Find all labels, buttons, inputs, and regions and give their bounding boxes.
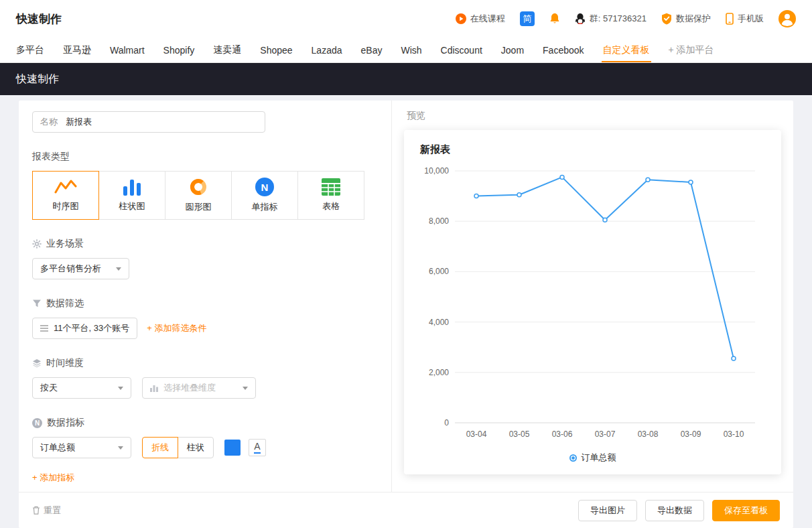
user-avatar[interactable] (779, 10, 796, 27)
tab-lazada[interactable]: Lazada (302, 38, 352, 62)
trash-icon (32, 506, 40, 515)
svg-text:6,000: 6,000 (429, 267, 449, 276)
font-color-button[interactable]: A (249, 439, 266, 456)
metric-circle-icon: N (32, 418, 42, 428)
list-icon (40, 325, 48, 332)
quick-create-card: 名称 新报表 报表类型 时序图 柱状图 (19, 101, 793, 528)
chart-type-label: 圆形图 (186, 201, 212, 213)
svg-text:03-09: 03-09 (681, 430, 701, 439)
svg-text:0: 0 (444, 418, 449, 427)
chart-type-label: 柱状图 (119, 200, 145, 212)
timeseries-icon (54, 178, 77, 196)
svg-text:03-06: 03-06 (552, 430, 573, 439)
reset-label: 重置 (44, 505, 61, 517)
tab-multi-platform[interactable]: 多平台 (7, 38, 54, 62)
tab-custom-dashboard[interactable]: 自定义看板 (594, 38, 659, 62)
metric-select[interactable]: 订单总额 (32, 437, 131, 458)
report-name-value: 新报表 (66, 116, 92, 128)
chart-type-label: 表格 (322, 200, 340, 212)
tab-facebook[interactable]: Facebook (533, 38, 593, 62)
tab-joom[interactable]: Joom (492, 38, 533, 62)
notification-bell-icon[interactable] (549, 13, 560, 25)
top-header: 快速制作 在线课程 简 群: 571736321 数据保护 手机版 (0, 0, 812, 38)
chart-type-pie[interactable]: 圆形图 (165, 171, 232, 220)
legend-marker-icon (569, 454, 577, 462)
tab-walmart[interactable]: Walmart (100, 38, 154, 62)
action-bar: 重置 导出图片 导出数据 保存至看板 (19, 492, 793, 528)
chart-type-bar[interactable]: 柱状图 (98, 171, 165, 220)
time-dimension-heading: 时间维度 (32, 357, 378, 369)
tab-cdiscount[interactable]: Cdiscount (431, 38, 492, 62)
tab-aliexpress[interactable]: 速卖通 (204, 38, 251, 62)
tab-amazon[interactable]: 亚马逊 (54, 38, 100, 62)
qq-group-label: 群: 571736321 (590, 13, 647, 25)
tab-ebay[interactable]: eBay (352, 38, 392, 62)
report-type-heading-text: 报表类型 (32, 151, 70, 163)
svg-text:03-07: 03-07 (595, 430, 616, 439)
preview-card: 新报表 02,0004,0006,0008,00010,00003-0403-0… (404, 130, 781, 474)
export-data-button[interactable]: 导出数据 (645, 500, 704, 521)
platform-tabs: 多平台 亚马逊 Walmart Shopify 速卖通 Shopee Lazad… (0, 38, 812, 63)
time-dimension-heading-text: 时间维度 (46, 357, 84, 369)
report-config-panel: 名称 新报表 报表类型 时序图 柱状图 (19, 101, 392, 492)
online-course-button[interactable]: 在线课程 (456, 13, 505, 25)
data-protection-link[interactable]: 数据保护 (661, 13, 711, 25)
svg-text:10,000: 10,000 (424, 166, 449, 176)
add-metric-link[interactable]: + 添加指标 (32, 472, 74, 484)
line-style-toggle[interactable]: 折线 (142, 437, 178, 458)
chart-type-single-metric[interactable]: N 单指标 (231, 171, 298, 220)
chart-legend[interactable]: 订单总额 (416, 452, 769, 464)
page-title: 快速制作 (16, 72, 59, 86)
time-granularity-select[interactable]: 按天 (32, 377, 131, 399)
svg-text:2,000: 2,000 (429, 368, 449, 377)
save-to-dashboard-button[interactable]: 保存至看板 (712, 500, 780, 521)
chevron-down-icon (116, 267, 121, 271)
svg-text:4,000: 4,000 (429, 318, 449, 327)
chevron-down-icon (243, 387, 248, 390)
business-scene-value: 多平台销售分析 (40, 263, 101, 275)
export-image-button[interactable]: 导出图片 (578, 500, 637, 521)
tab-wish[interactable]: Wish (391, 38, 431, 62)
color-swatch-button[interactable] (224, 440, 241, 456)
stack-dimension-select[interactable]: 选择堆叠维度 (142, 377, 256, 399)
chart-type-label: 时序图 (53, 200, 79, 212)
stack-dimension-placeholder: 选择堆叠维度 (163, 382, 216, 394)
chart-type-label: 单指标 (252, 201, 278, 213)
data-metrics-heading: N 数据指标 (32, 417, 378, 429)
chart-type-selector: 时序图 柱状图 圆形图 N 单指标 (32, 171, 378, 220)
bar-style-toggle[interactable]: 柱状 (178, 437, 214, 458)
preview-line-chart: 02,0004,0006,0008,00010,00003-0403-0503-… (416, 160, 766, 448)
chart-type-table[interactable]: 表格 (297, 171, 364, 220)
bar-chart-icon (122, 178, 142, 196)
shield-check-icon (661, 13, 672, 25)
qq-icon (575, 13, 586, 25)
app-title: 快速制作 (16, 11, 62, 27)
mobile-version-link[interactable]: 手机版 (726, 13, 764, 25)
add-platform-button[interactable]: + 添加平台 (659, 38, 724, 62)
page-title-bar: 快速制作 (0, 63, 812, 95)
qq-group-link[interactable]: 群: 571736321 (575, 13, 647, 25)
funnel-icon (32, 299, 42, 308)
preview-panel: 预览 新报表 02,0004,0006,0008,00010,00003-040… (392, 101, 793, 492)
play-circle-icon (456, 13, 466, 24)
time-granularity-value: 按天 (40, 382, 58, 394)
bar-chart-small-icon (150, 384, 158, 392)
mobile-version-label: 手机版 (738, 13, 764, 25)
phone-icon (726, 13, 734, 25)
legend-label: 订单总额 (582, 452, 616, 464)
svg-text:03-08: 03-08 (638, 430, 659, 439)
reset-button[interactable]: 重置 (32, 505, 61, 517)
report-name-label: 名称 (40, 116, 58, 128)
filter-summary-button[interactable]: 11个平台, 33个账号 (32, 318, 137, 339)
business-scene-heading: 业务场景 (32, 238, 378, 250)
tab-shopify[interactable]: Shopify (154, 38, 204, 62)
report-name-field[interactable]: 名称 新报表 (32, 111, 265, 133)
business-scene-select[interactable]: 多平台销售分析 (32, 258, 129, 279)
business-scene-heading-text: 业务场景 (46, 238, 84, 250)
simplified-chinese-badge[interactable]: 简 (520, 11, 535, 26)
tab-shopee[interactable]: Shopee (251, 38, 301, 62)
series-style-toggle-group: 折线 柱状 (142, 437, 214, 458)
chart-type-timeseries[interactable]: 时序图 (32, 171, 99, 220)
preview-label: 预览 (407, 110, 781, 122)
add-filter-link[interactable]: + 添加筛选条件 (147, 322, 206, 334)
